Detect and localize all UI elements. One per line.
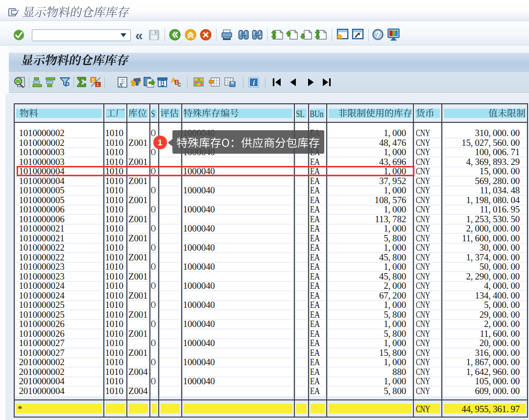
svg-text:?: ?: [375, 30, 381, 40]
svg-text:Σ: Σ: [92, 77, 95, 83]
svg-text:x: x: [119, 80, 123, 88]
svg-text:c: c: [177, 80, 181, 88]
svg-text:Σ: Σ: [96, 82, 99, 87]
